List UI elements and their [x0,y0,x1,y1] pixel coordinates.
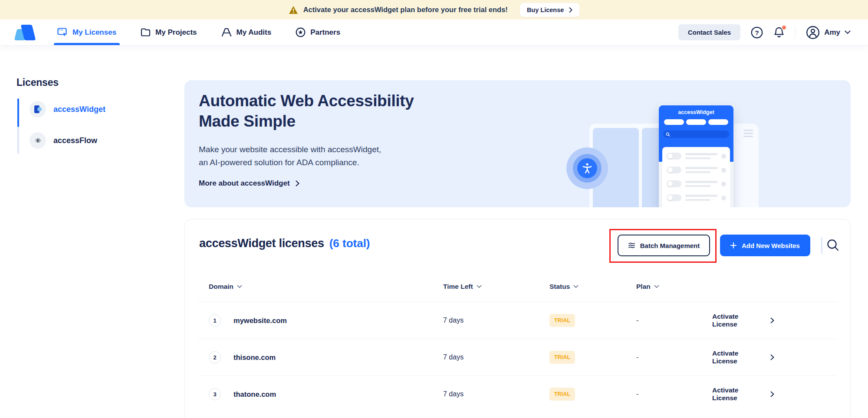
hero-body-line1: Make your website accessible with access… [199,143,414,156]
accessibe-logo[interactable] [13,24,42,41]
more-about-link[interactable]: More about accessWidget [199,179,414,188]
licenses-title: accessWidget licenses [199,237,324,250]
sidebar-rail [17,98,19,154]
hero-title-line1: Automatic Web Accessibility [199,91,414,111]
accessibility-badge [566,147,608,189]
sidebar-item-accesswidget[interactable]: accessWidget [30,101,105,118]
notification-dot [781,25,787,30]
table-body: 1 mywebsite.com 7 days TRIAL - Activate … [198,302,837,412]
add-new-websites-label: Add New Websites [742,242,800,249]
column-label: Domain [209,283,233,291]
table-row: 3 thatone.com 7 days TRIAL - Activate Li… [198,376,837,412]
activate-license-link[interactable]: Activate License [712,386,837,402]
page: Activate your accessWidget plan before y… [0,0,868,418]
notifications-button[interactable] [773,26,785,39]
hero-title: Automatic Web Accessibility Made Simple [199,91,414,132]
warning-icon [289,6,298,14]
nav-items: My Licenses My Projects My Audits Partne… [57,20,340,45]
sort-chevron-icon [654,285,659,288]
nav-label: My Projects [155,28,197,37]
search-button[interactable] [826,238,839,251]
column-label: Status [549,283,570,291]
cell-time-left: 7 days [443,353,549,361]
activate-license-link[interactable]: Activate License [712,313,837,328]
cell-plan: - [636,390,712,398]
sidebar-item-label: accessFlow [53,136,97,145]
chevron-down-icon [845,30,851,34]
partners-icon [296,27,306,37]
layers-icon [628,242,635,249]
cell-domain: 3 thatone.com [209,388,443,400]
hero-body-line2: an AI-powered solution for ADA complianc… [199,156,414,169]
contact-sales-button[interactable]: Contact Sales [678,24,740,40]
nav-item-my-projects[interactable]: My Projects [141,20,197,45]
cell-time-left: 7 days [443,317,549,324]
licenses-table: Domain Time Left Status Plan [198,271,837,412]
cell-status: TRIAL [549,388,636,401]
row-number: 2 [209,351,221,363]
activate-license-label: Activate License [712,313,765,328]
nav-label: My Licenses [72,28,116,37]
more-about-label: More about accessWidget [199,179,290,188]
nav-label: My Audits [237,28,272,37]
status-badge: TRIAL [549,351,575,364]
column-header-plan[interactable]: Plan [636,283,712,291]
accessibility-badge-ring [573,154,602,183]
domain-name: mywebsite.com [233,317,287,325]
cell-domain: 2 thisone.com [209,351,443,363]
trial-banner-text: Activate your accessWidget plan before y… [303,6,508,14]
table-row: 1 mywebsite.com 7 days TRIAL - Activate … [198,302,837,339]
table-row: 2 thisone.com 7 days TRIAL - Activate Li… [198,339,837,376]
domain-name: thisone.com [233,353,276,362]
plus-icon [730,242,736,248]
accessibility-person-icon [577,158,597,178]
chevron-right-icon [770,391,774,397]
column-header-status[interactable]: Status [549,283,636,291]
sidebar-item-label: accessWidget [53,105,105,114]
hero-copy: Automatic Web Accessibility Made Simple … [199,91,414,188]
licenses-count: (6 total) [329,237,370,250]
activate-license-label: Activate License [712,349,765,365]
column-header-time-left[interactable]: Time Left [443,283,549,291]
help-button[interactable]: ? [751,26,763,39]
top-nav: My Licenses My Projects My Audits Partne… [0,20,868,46]
nav-item-my-licenses[interactable]: My Licenses [57,20,116,45]
chevron-right-icon [770,354,774,360]
sort-chevron-icon [477,285,482,288]
buy-license-label: Buy License [527,7,564,13]
nav-item-partners[interactable]: Partners [296,20,340,45]
nav-label: Partners [310,28,340,37]
column-label: Time Left [443,283,473,291]
activate-license-link[interactable]: Activate License [712,349,837,365]
cell-status: TRIAL [549,351,636,364]
batch-management-button[interactable]: Batch Management [618,235,710,256]
column-label: Plan [636,283,651,291]
avatar-icon [806,26,820,39]
widget-title: accessWidget [659,105,733,115]
accessflow-icon [30,132,46,149]
chevron-right-icon [296,180,299,186]
nav-right: Contact Sales ? Amy [678,24,851,40]
hero-title-line2: Made Simple [199,111,414,131]
buy-license-button[interactable]: Buy License [520,3,579,17]
sidebar-item-accessflow[interactable]: accessFlow [30,132,97,149]
widget-option-list [662,147,730,207]
user-menu[interactable]: Amy [806,26,851,39]
column-header-domain[interactable]: Domain [209,283,443,291]
cell-time-left: 7 days [443,390,549,398]
user-name: Amy [824,28,840,37]
sort-chevron-icon [573,285,579,288]
sidebar-title: Licenses [16,77,59,88]
activate-license-label: Activate License [712,386,765,402]
batch-management-label: Batch Management [640,242,700,249]
sort-chevron-icon [237,285,242,288]
toolbar-divider [821,237,822,254]
row-number: 1 [209,314,221,327]
nav-item-my-audits[interactable]: My Audits [221,20,272,45]
help-glyph: ? [755,29,759,36]
nav-divider [795,26,796,39]
audits-icon [221,28,232,37]
projects-icon [141,28,151,37]
add-new-websites-button[interactable]: Add New Websites [720,235,810,256]
status-badge: TRIAL [549,388,575,401]
